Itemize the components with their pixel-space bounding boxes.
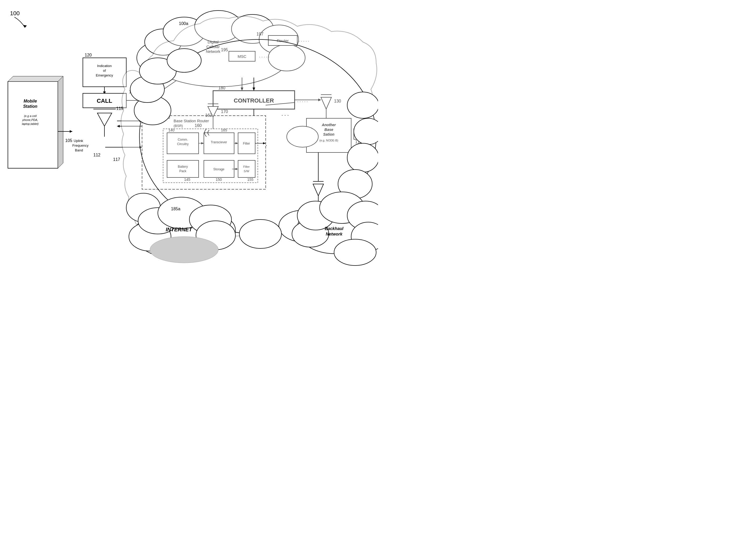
svg-text:phone,PDA,: phone,PDA, bbox=[22, 118, 38, 122]
svg-text:laptop,tablet): laptop,tablet) bbox=[22, 122, 39, 125]
svg-point-127 bbox=[347, 92, 378, 118]
svg-text:100a: 100a bbox=[179, 21, 188, 26]
svg-text:Band: Band bbox=[75, 148, 83, 152]
svg-point-126 bbox=[167, 49, 201, 72]
svg-text:120: 120 bbox=[85, 53, 92, 57]
svg-text:115: 115 bbox=[116, 106, 123, 111]
svg-text:Uplink: Uplink bbox=[74, 139, 83, 143]
svg-text:Emergency: Emergency bbox=[96, 73, 113, 77]
svg-text:Station: Station bbox=[23, 104, 37, 109]
svg-text:100: 100 bbox=[10, 10, 20, 17]
svg-text:of: of bbox=[103, 69, 106, 73]
svg-text:Mobile: Mobile bbox=[24, 99, 37, 103]
svg-point-164 bbox=[334, 239, 376, 266]
svg-point-133 bbox=[239, 220, 281, 249]
svg-text:117: 117 bbox=[113, 157, 120, 162]
svg-text:INTERNET: INTERNET bbox=[166, 227, 193, 233]
svg-text:Backhaul: Backhaul bbox=[325, 226, 344, 231]
svg-text:CALL: CALL bbox=[97, 98, 112, 104]
svg-point-129 bbox=[347, 143, 378, 172]
svg-point-155 bbox=[150, 237, 218, 263]
svg-text:(e.g a cell: (e.g a cell bbox=[24, 114, 37, 118]
svg-text:Indication: Indication bbox=[97, 64, 112, 68]
svg-text:Network: Network bbox=[326, 232, 342, 236]
svg-marker-4 bbox=[58, 76, 63, 168]
svg-text:Frequency: Frequency bbox=[72, 144, 89, 148]
svg-text:185a: 185a bbox=[171, 207, 180, 211]
svg-text:. . .: . . . bbox=[281, 111, 289, 117]
diagram-container: 100 Mobile Station (e.g a cell phone,PDA… bbox=[0, 0, 378, 270]
svg-text:.: . bbox=[266, 166, 267, 172]
svg-text:112: 112 bbox=[93, 153, 100, 157]
svg-text:.: . bbox=[266, 141, 267, 147]
svg-text:105: 105 bbox=[65, 138, 72, 143]
svg-marker-5 bbox=[8, 76, 63, 82]
